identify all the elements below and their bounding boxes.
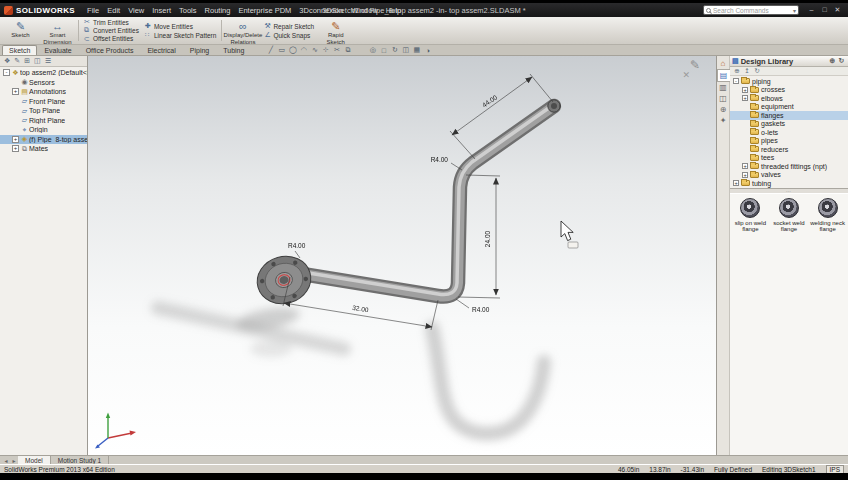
expand-toggle-icon[interactable] [742, 104, 748, 110]
expand-toggle-icon[interactable] [12, 98, 19, 105]
sketch-tool-icon[interactable]: ◠ [298, 46, 309, 54]
expand-toggle-icon[interactable]: + [742, 95, 748, 101]
ribbon-tab[interactable]: Tubing [216, 45, 251, 55]
dim-bottom-radius[interactable]: R4.00 [472, 306, 490, 313]
library-folder-item[interactable]: + elbows [730, 94, 848, 103]
library-folder-item[interactable]: + valves [730, 171, 848, 180]
pane-header-icon[interactable]: ↻ [837, 57, 846, 65]
library-toolbar-icon[interactable]: ⊕ [732, 67, 742, 75]
tab-nav-arrow-icon[interactable]: ◂ [2, 457, 10, 464]
ribbon-tab[interactable]: Office Products [79, 45, 141, 55]
ribbon-tab[interactable]: Sketch [2, 45, 37, 55]
sketch-tool-icon[interactable]: ⊹ [320, 46, 331, 54]
expand-toggle-icon[interactable] [12, 107, 19, 114]
feature-tree-item[interactable]: ◉ Sensors [0, 78, 87, 88]
feature-tree-item[interactable]: + ▤ Annotations [0, 87, 87, 97]
library-toolbar-icon[interactable]: ↥ [742, 67, 752, 75]
library-item[interactable]: socket weld flange [770, 198, 809, 233]
feature-tree-item[interactable]: ⌖ Origin [0, 125, 87, 135]
library-folder-item[interactable]: gaskets [730, 120, 848, 129]
sketch-tool-icon[interactable]: ◯ [287, 46, 298, 54]
expand-toggle-icon[interactable]: + [12, 145, 19, 152]
dim-top-radius[interactable]: R4.00 [431, 156, 449, 163]
ribbon-small-button[interactable]: ∠ Quick Snaps [262, 31, 316, 40]
expand-toggle-icon[interactable]: - [3, 69, 10, 76]
window-control-button[interactable]: ✕ [831, 6, 844, 14]
expand-toggle-icon[interactable]: - [733, 78, 739, 84]
cancel-sketch-icon[interactable]: ✕ [674, 71, 690, 80]
expand-toggle-icon[interactable]: + [733, 180, 739, 186]
expand-toggle-icon[interactable] [12, 126, 19, 133]
view-tool-icon[interactable]: ◎ [367, 46, 378, 54]
sketch-tool-icon[interactable]: ∿ [309, 46, 320, 54]
ribbon-big-button[interactable]: ✎ Sketch [2, 18, 39, 43]
ribbon-small-button[interactable]: ⧉ Convert Entities [82, 26, 141, 34]
document-tab[interactable]: Motion Study 1 [51, 456, 109, 464]
expand-toggle-icon[interactable] [12, 117, 19, 124]
library-folder-item[interactable]: - piping [730, 77, 848, 86]
document-tab[interactable]: Model [18, 456, 51, 464]
library-item[interactable]: slip on weld flange [731, 198, 770, 233]
pane-header-icon[interactable]: ⊕ [828, 57, 837, 65]
expand-toggle-icon[interactable]: + [742, 172, 748, 178]
feature-tree-item[interactable]: + ⧉ Mates [0, 144, 87, 154]
library-folder-item[interactable]: flanges [730, 111, 848, 120]
sketch-tool-icon[interactable]: ▭ [276, 46, 287, 54]
panel-tab-icon[interactable]: ❖ [2, 57, 12, 65]
task-pane-tab-icon[interactable]: ◫ [717, 93, 730, 104]
view-tool-icon[interactable]: ↻ [389, 46, 400, 54]
ribbon-big-button[interactable]: ↔ Smart Dimension [39, 18, 76, 43]
panel-tab-icon[interactable]: ◫ [32, 57, 43, 65]
panel-tab-icon[interactable]: ⊞ [22, 57, 32, 65]
sketch-tool-icon[interactable]: ✂ [331, 46, 342, 54]
feature-tree-item[interactable]: ▱ Top Plane [0, 106, 87, 116]
ribbon-tab[interactable]: Electrical [140, 45, 182, 55]
menu-item[interactable]: Tools [175, 6, 201, 15]
chevron-down-icon[interactable]: ▾ [793, 7, 796, 14]
pipe-3d-body[interactable] [290, 100, 560, 297]
dim-bottom-length[interactable]: 32.00 [352, 304, 370, 314]
menu-item[interactable]: File [83, 6, 103, 15]
ribbon-small-button[interactable]: ✂ Trim Entities [82, 18, 141, 26]
ribbon-tab[interactable]: Piping [183, 45, 216, 55]
library-folder-item[interactable]: tees [730, 154, 848, 163]
library-item[interactable]: welding neck flange [808, 198, 847, 233]
menu-item[interactable]: View [124, 6, 148, 15]
task-pane-tab-icon[interactable]: ▥ [717, 82, 730, 93]
ribbon-small-button[interactable]: ⚒ Repair Sketch [262, 22, 316, 31]
feature-tree-item[interactable]: ▱ Right Plane [0, 116, 87, 126]
ribbon-small-button[interactable]: ✚ Move Entities [143, 22, 219, 31]
menu-item[interactable]: Routing [201, 6, 235, 15]
task-pane-tab-icon[interactable]: ⌂ [717, 58, 730, 69]
library-folder-item[interactable]: + tubing [730, 179, 848, 188]
rapid-sketch-button[interactable]: ✎ Rapid Sketch [317, 18, 354, 43]
dim-top-length[interactable]: 44.00 [481, 93, 499, 108]
display-delete-relations-button[interactable]: ∞ Display/Delete Relations [224, 18, 261, 43]
feature-tree-item[interactable]: ▱ Front Plane [0, 97, 87, 107]
panel-tab-icon[interactable]: ☰ [43, 57, 53, 65]
expand-toggle-icon[interactable] [742, 121, 748, 127]
library-folder-item[interactable]: o-lets [730, 128, 848, 137]
graphics-area[interactable]: 32.00 24.00 44.00 R4.00 R4.00 R4.00 [88, 56, 716, 455]
sketch-tool-icon[interactable]: ╱ [265, 46, 276, 54]
expand-toggle-icon[interactable] [742, 112, 748, 118]
expand-toggle-icon[interactable] [742, 146, 748, 152]
library-folder-item[interactable]: pipes [730, 137, 848, 146]
panel-tab-icon[interactable]: ✎ [12, 57, 22, 65]
tab-nav-arrow-icon[interactable]: ▸ [10, 457, 18, 464]
library-folder-item[interactable]: + threaded fittings (npt) [730, 162, 848, 171]
expand-toggle-icon[interactable]: + [12, 136, 19, 143]
task-pane-tab-icon[interactable]: ⊕ [717, 104, 730, 115]
library-folder-item[interactable]: equipment [730, 103, 848, 112]
library-folder-item[interactable]: reducers [730, 145, 848, 154]
menu-item[interactable]: Insert [148, 6, 175, 15]
feature-tree-item[interactable]: + ◈ (f) Pipe_8-top assem2<1> (De [0, 135, 87, 145]
expand-toggle-icon[interactable] [742, 155, 748, 161]
window-control-button[interactable]: – [805, 6, 818, 14]
sketch-tool-icon[interactable]: ⧉ [342, 46, 353, 54]
expand-toggle-icon[interactable]: + [742, 163, 748, 169]
expand-toggle-icon[interactable]: + [742, 87, 748, 93]
dim-vertical-length[interactable]: 24.00 [484, 230, 491, 247]
task-pane-tab-icon[interactable]: ▤ [717, 69, 730, 82]
menu-item[interactable]: Edit [103, 6, 124, 15]
